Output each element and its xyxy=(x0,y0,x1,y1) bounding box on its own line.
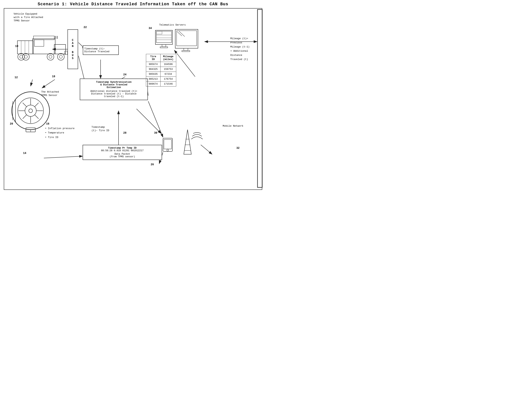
table-cell: 989674 xyxy=(146,82,160,87)
svg-point-10 xyxy=(47,53,54,60)
svg-rect-34 xyxy=(26,128,35,132)
label-32: 32 xyxy=(236,146,239,150)
table-row: 985213176754 xyxy=(146,77,176,82)
label-20: 20 xyxy=(10,122,13,126)
svg-line-29 xyxy=(35,115,39,119)
table-cell: 159753 xyxy=(160,67,176,72)
diagram: Vehicle Equippedwith a Tire AttachedTPMS… xyxy=(4,8,262,190)
svg-rect-0 xyxy=(33,39,55,54)
data-packet-header: Timestamp Pr Temp ID xyxy=(85,147,160,149)
svg-rect-5 xyxy=(65,51,68,54)
svg-rect-4 xyxy=(17,41,34,54)
truck-label: Vehicle Equippedwith a Tire AttachedTPMS… xyxy=(14,12,43,23)
svg-rect-3 xyxy=(34,36,54,40)
svg-line-51 xyxy=(174,50,195,77)
svg-line-74 xyxy=(31,80,33,86)
svg-point-8 xyxy=(57,53,64,60)
svg-line-31 xyxy=(23,115,27,119)
data-packet-values: 08:58:28 0.010 01201 001912217 xyxy=(85,149,160,152)
svg-rect-67 xyxy=(164,140,171,149)
svg-point-14 xyxy=(18,53,25,60)
data-packet-box: Timestamp Pr Temp ID 08:58:28 0.010 0120… xyxy=(83,145,162,160)
page: Scenario 1: Vehicle Distance Traveled In… xyxy=(0,0,266,198)
svg-point-20 xyxy=(12,92,50,130)
svg-rect-60 xyxy=(175,29,198,48)
mobile-network-label: Mobile Network xyxy=(223,124,243,128)
svg-line-75 xyxy=(42,80,55,88)
table-cell: 985674 xyxy=(146,62,160,67)
svg-point-22 xyxy=(25,105,36,116)
svg-rect-1 xyxy=(34,40,44,46)
page-title: Scenario 1: Vehicle Distance Traveled In… xyxy=(4,2,262,7)
svg-point-15 xyxy=(20,55,23,58)
label-16: 16 xyxy=(46,122,49,126)
svg-point-12 xyxy=(23,53,29,60)
svg-line-30 xyxy=(35,103,39,107)
sync-formula: Additional distance traveled (t)=Distanc… xyxy=(82,90,145,98)
label-22: 22 xyxy=(84,26,87,29)
table-cell: 176754 xyxy=(160,77,176,82)
svg-rect-61 xyxy=(177,31,197,46)
table-cell: 984325 xyxy=(146,67,160,72)
svg-rect-54 xyxy=(162,45,166,47)
svg-line-63 xyxy=(179,31,185,36)
svg-line-73 xyxy=(201,145,212,154)
label-10: 10 xyxy=(15,45,18,48)
svg-rect-66 xyxy=(163,138,172,151)
can-bus-box: C A N B U S xyxy=(68,29,78,69)
table-header-mileage: Mileage(miles) xyxy=(160,54,176,62)
svg-line-44 xyxy=(136,109,161,134)
svg-line-46 xyxy=(44,156,83,158)
table-cell: 171546 xyxy=(160,82,176,87)
can-bus-text: C A N B U S xyxy=(72,39,74,60)
sync-box: Timestamp Synchronization& Distance Trav… xyxy=(80,79,148,100)
table-cell: 67234 xyxy=(160,72,176,77)
table-header-tire-id: TireID xyxy=(146,54,160,62)
sensor-items: • Inflation pressure • Temperature • Tir… xyxy=(45,126,74,140)
svg-rect-64 xyxy=(184,48,188,51)
svg-rect-49 xyxy=(257,9,262,187)
label-18: 18 xyxy=(52,75,55,79)
svg-marker-69 xyxy=(184,130,191,154)
svg-line-62 xyxy=(177,32,182,36)
table-row: 98563567234 xyxy=(146,72,176,77)
svg-rect-55 xyxy=(160,47,168,48)
tire-table: TireID Mileage(miles) 985674164596984325… xyxy=(146,54,176,87)
mileage-equation: Mileage (t)=PreviousMileage (t–1)+ Addit… xyxy=(231,36,249,62)
ts-dist-text: Timestamp (t)–Distance Traveled xyxy=(84,47,109,53)
ts-id-label: Timestamp(t)– Tire ID xyxy=(91,126,109,132)
table-row: 984325159753 xyxy=(146,67,176,72)
label-24: 24 xyxy=(123,73,126,77)
telematics-label: Telematics Servers xyxy=(159,23,186,27)
timestamp-distance-box: Timestamp (t)–Distance Traveled xyxy=(83,46,119,55)
table-cell: 985635 xyxy=(146,72,160,77)
svg-point-68 xyxy=(167,149,169,151)
sensor-label: The AttachedTPMS Sensor xyxy=(41,90,59,97)
svg-line-28 xyxy=(23,103,27,107)
svg-point-21 xyxy=(18,98,44,124)
table-row: 989674171546 xyxy=(146,82,176,87)
table-cell: 164596 xyxy=(160,62,176,67)
svg-rect-2 xyxy=(54,45,66,54)
label-34: 34 xyxy=(149,27,152,30)
table-row: 985674164596 xyxy=(146,62,176,67)
data-packet-label: Data Packet(from TPMS sensor) xyxy=(85,153,160,158)
svg-point-13 xyxy=(24,55,27,58)
label-14: 14 xyxy=(23,151,26,155)
svg-rect-53 xyxy=(156,31,171,43)
svg-rect-59 xyxy=(156,31,162,34)
svg-rect-65 xyxy=(182,51,190,52)
label-12: 12 xyxy=(15,76,18,80)
svg-point-23 xyxy=(29,109,33,113)
sync-title: Timestamp Synchronization& Distance Trav… xyxy=(82,81,145,89)
label-30: 30 xyxy=(154,131,157,135)
table-cell: 985213 xyxy=(146,77,160,82)
svg-rect-52 xyxy=(155,30,172,45)
label-28: 28 xyxy=(123,131,126,135)
svg-point-11 xyxy=(49,55,52,58)
svg-point-9 xyxy=(59,55,62,58)
label-26: 26 xyxy=(151,163,154,167)
